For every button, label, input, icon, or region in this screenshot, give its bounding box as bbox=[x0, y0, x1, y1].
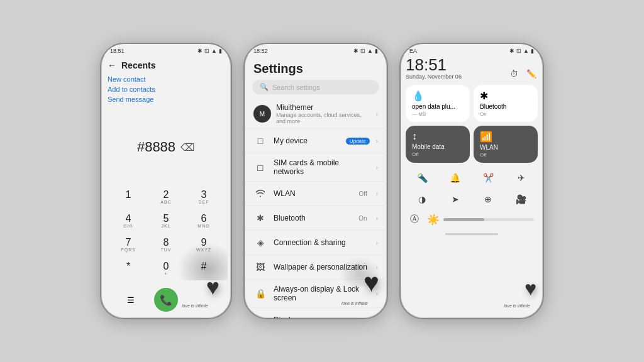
dial-key-hash[interactable]: # bbox=[186, 258, 222, 280]
bt-tile-sub: On bbox=[480, 111, 531, 117]
camera-button[interactable]: 🎥 bbox=[513, 190, 530, 208]
menu-button[interactable]: ☰ bbox=[121, 290, 141, 310]
settings-ring-button[interactable]: ⊕ bbox=[479, 190, 497, 208]
dialer-bottom-bar: ☰ 📞 bbox=[108, 284, 225, 318]
cc-tile-bluetooth[interactable]: ✱ Bluetooth On bbox=[474, 85, 538, 122]
lockscreen-chevron: › bbox=[376, 290, 378, 297]
dial-key-star[interactable]: * bbox=[110, 258, 147, 280]
cc-quick-row-2: ◑ ➤ ⊕ 🎥 bbox=[406, 189, 538, 209]
mobile-tile-sub: Off bbox=[412, 151, 464, 157]
time-1: 18:51 bbox=[110, 48, 125, 54]
miuithemer-name: Miuithemer bbox=[276, 103, 371, 112]
status-icons-1: ✱ ⊡ ▲ ▮ bbox=[197, 48, 222, 54]
dial-key-0[interactable]: 0+ bbox=[148, 258, 184, 280]
settings-item-mydevice[interactable]: □ My device Update › bbox=[245, 129, 387, 153]
dial-key-7[interactable]: 7PQRS bbox=[110, 234, 147, 256]
status-icons-3: ✱ ⊡ ▲ ▮ bbox=[509, 48, 534, 54]
bluetooth-label: Bluetooth bbox=[274, 214, 352, 222]
mydevice-chevron: › bbox=[376, 138, 378, 145]
signal-icon-2: ⊡ bbox=[360, 48, 365, 54]
battery-icon-1: ▮ bbox=[219, 48, 222, 54]
scissors-button[interactable]: ✂️ bbox=[479, 169, 497, 187]
location-button[interactable]: ➤ bbox=[447, 190, 464, 208]
settings-item-lockscreen[interactable]: 🔒 Always-on display & Lock screen › bbox=[245, 280, 387, 308]
miuithemer-item[interactable]: M Miuithemer Manage accounts, cloud serv… bbox=[245, 99, 387, 129]
cc-tile-data[interactable]: 💧 open data plu... — MB bbox=[406, 85, 470, 122]
phone-control-center: EA ✱ ⊡ ▲ ▮ 18:51 Sunday, November 06 ⏱ ✏… bbox=[399, 43, 544, 319]
cc-timer-icon[interactable]: ⏱ bbox=[508, 67, 520, 80]
wlan-tile-sub: Off bbox=[480, 152, 531, 158]
dial-key-9[interactable]: 9WXYZ bbox=[186, 234, 222, 256]
phone-settings: 18:52 ✱ ⊡ ▲ ▮ Settings 🔍 Search settings… bbox=[243, 43, 388, 319]
settings-item-wlan[interactable]: WLAN Off › bbox=[245, 182, 387, 206]
dialer-display: #8888 ⌫ bbox=[108, 108, 225, 186]
bluetooth-chevron: › bbox=[376, 215, 378, 222]
accessibility-button[interactable]: Ⓐ bbox=[406, 211, 423, 228]
dial-key-8[interactable]: 8TUV bbox=[148, 234, 184, 256]
call-button[interactable]: 📞 bbox=[154, 288, 178, 312]
settings-search-bar[interactable]: 🔍 Search settings bbox=[252, 80, 379, 94]
sim-icon: ◻ bbox=[253, 160, 267, 174]
phone-dialer: 18:51 ✱ ⊡ ▲ ▮ ← Recents New contact Add … bbox=[100, 43, 232, 319]
new-contact-link[interactable]: New contact bbox=[108, 75, 225, 83]
settings-item-connection[interactable]: ◈ Connection & sharing › bbox=[245, 231, 387, 255]
airplane-button[interactable]: ✈ bbox=[513, 169, 530, 187]
miuithemer-chevron: › bbox=[376, 111, 378, 118]
connection-chevron: › bbox=[376, 239, 378, 246]
mobile-tile-name: Mobile data bbox=[412, 143, 464, 150]
back-button[interactable]: ← bbox=[108, 60, 116, 70]
data-tile-icon: 💧 bbox=[412, 90, 464, 102]
settings-item-sim[interactable]: ◻ SIM cards & mobile networks › bbox=[245, 153, 387, 182]
miuithemer-avatar: M bbox=[253, 105, 271, 123]
signal-icon-1: ⊡ bbox=[204, 48, 209, 54]
wlan-value: Off bbox=[359, 190, 367, 197]
bt-tile-name: Bluetooth bbox=[480, 103, 531, 110]
time-2: 18:52 bbox=[253, 48, 268, 54]
connection-icon: ◈ bbox=[253, 236, 267, 250]
dial-key-3[interactable]: 3DEF bbox=[186, 186, 222, 209]
flashlight-button[interactable]: 🔦 bbox=[413, 169, 431, 187]
settings-item-bluetooth[interactable]: ✱ Bluetooth On › bbox=[245, 206, 387, 231]
recents-title: Recents bbox=[121, 60, 155, 70]
data-tile-sub: — MB bbox=[412, 111, 464, 117]
settings-item-display[interactable]: ○ Display › bbox=[245, 308, 387, 318]
wallpaper-icon: 🖼 bbox=[253, 260, 267, 274]
network-icon-2: ▲ bbox=[367, 48, 373, 54]
cc-tile-wlan[interactable]: 📶 WLAN Off bbox=[474, 126, 538, 163]
dialer-header: ← Recents bbox=[108, 55, 225, 73]
mydevice-label: My device bbox=[274, 136, 340, 145]
notification-button[interactable]: 🔔 bbox=[447, 169, 464, 187]
cc-time: 18:51 bbox=[406, 57, 462, 73]
dial-key-2[interactable]: 2ABC bbox=[148, 186, 184, 209]
send-message-link[interactable]: Send message bbox=[108, 96, 225, 103]
bluetooth-icon-3: ✱ bbox=[509, 48, 514, 54]
cc-quick-row-3: Ⓐ ☀️ bbox=[406, 209, 538, 229]
dial-key-5[interactable]: 5JKL bbox=[148, 210, 184, 233]
cc-quick-row-1: 🔦 🔔 ✂️ ✈ bbox=[406, 167, 538, 189]
wlan-tile-name: WLAN bbox=[480, 144, 531, 151]
cc-tiles-grid: 💧 open data plu... — MB ✱ Bluetooth On ↕… bbox=[406, 85, 538, 163]
wlan-icon bbox=[253, 187, 267, 200]
sim-label: SIM cards & mobile networks bbox=[274, 158, 370, 176]
brightness-button[interactable]: ◑ bbox=[413, 190, 431, 208]
dial-key-1[interactable]: 1 bbox=[110, 186, 147, 209]
bluetooth-icon-2: ✱ bbox=[353, 48, 358, 54]
add-to-contacts-link[interactable]: Add to contacts bbox=[108, 85, 225, 93]
settings-item-wallpaper[interactable]: 🖼 Wallpaper & personalization › bbox=[245, 255, 387, 280]
dial-key-4[interactable]: 4GHI bbox=[110, 210, 147, 233]
bluetooth-icon-1: ✱ bbox=[197, 48, 203, 54]
dialer-body: ← Recents New contact Add to contacts Se… bbox=[101, 55, 231, 318]
backspace-button[interactable]: ⌫ bbox=[180, 141, 195, 153]
cc-date: Sunday, November 06 bbox=[406, 74, 462, 80]
battery-icon-2: ▮ bbox=[375, 48, 378, 54]
control-center-body: 18:51 Sunday, November 06 ⏱ ✏️ 💧 open da… bbox=[401, 55, 543, 318]
dial-key-6[interactable]: 6MNO bbox=[186, 210, 222, 233]
cc-tile-mobile[interactable]: ↕ Mobile data Off bbox=[406, 126, 470, 163]
brightness-track[interactable] bbox=[443, 218, 534, 221]
status-icons-2: ✱ ⊡ ▲ ▮ bbox=[353, 48, 378, 54]
settings-body: Settings 🔍 Search settings M Miuithemer … bbox=[245, 55, 387, 318]
cc-edit-icon[interactable]: ✏️ bbox=[525, 67, 538, 80]
miuithemer-sub: Manage accounts, cloud services, and mor… bbox=[276, 112, 371, 124]
wlan-tile-icon: 📶 bbox=[480, 131, 531, 143]
data-tile-name: open data plu... bbox=[412, 103, 464, 110]
